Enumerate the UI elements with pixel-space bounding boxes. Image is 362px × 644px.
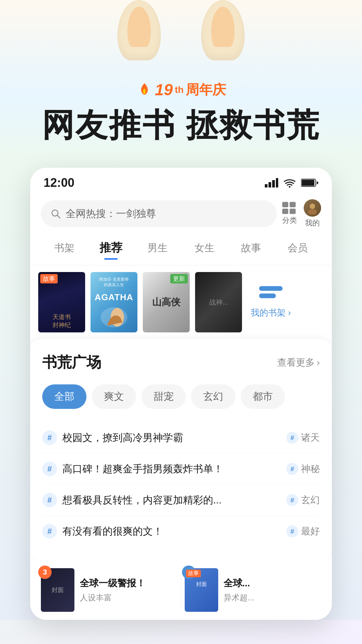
- book-badge-story: 故事: [40, 274, 58, 283]
- svg-line-8: [57, 215, 60, 218]
- list-item-text-1: 校园文，撩到高冷男神学霸: [62, 431, 281, 445]
- book4-title: 战神...: [209, 298, 228, 307]
- list-item-4[interactable]: # 有没有看的很爽的文！ # 最好: [42, 516, 320, 547]
- book2-title: AGATHA: [95, 292, 133, 303]
- my-avatar-button[interactable]: 我的: [304, 199, 321, 228]
- hashtag-icon-right-3: #: [286, 494, 298, 506]
- hashtag-icon-right-2: #: [286, 463, 298, 475]
- avatar: [304, 199, 321, 217]
- hashtag-icon-3: #: [42, 493, 57, 507]
- more-label: 查看更多: [277, 356, 315, 369]
- search-input-box[interactable]: 全网热搜：一剑独尊: [41, 200, 277, 227]
- hashtag-icon-4: #: [42, 524, 57, 539]
- hashtag-icon-right-4: #: [286, 525, 298, 537]
- list-item-text-2: 高口碑！超爽金手指男频轰炸书单！: [62, 462, 281, 476]
- tab-female[interactable]: 女生: [181, 237, 228, 259]
- shu-huang-section: 书荒广场 查看更多 › 全部 爽文 甜宠 玄幻 都市 # 校园文，撩到高冷男神学…: [30, 339, 332, 560]
- svg-rect-3: [276, 178, 278, 187]
- tab-recommend[interactable]: 推荐: [87, 236, 134, 260]
- svg-rect-1: [268, 182, 271, 187]
- phone-area: 12:00: [0, 158, 362, 620]
- filter-tag-tianchong[interactable]: 甜宠: [141, 384, 186, 409]
- book-badge-update: 更新: [170, 274, 188, 283]
- divider: [181, 568, 181, 612]
- filter-tag-xuanhuan[interactable]: 玄幻: [191, 384, 235, 409]
- svg-rect-0: [265, 184, 267, 187]
- battery-icon: [301, 178, 318, 187]
- my-label: 我的: [305, 218, 320, 228]
- bottom-book-card-2[interactable]: 故事 封面 7 全球... 异术超...: [185, 568, 321, 612]
- book-cover-2[interactable]: 阿加莎·克里斯蒂的真实人生 AGATHA: [90, 272, 137, 332]
- anniversary-suffix: th: [175, 85, 183, 95]
- svg-rect-10: [290, 202, 296, 207]
- svg-rect-9: [282, 202, 288, 207]
- avatar-icon: [306, 201, 319, 215]
- section-title: 书荒广场: [42, 353, 101, 372]
- book2-figure-icon: [101, 307, 127, 327]
- tab-bookshelf[interactable]: 书架: [41, 237, 87, 259]
- status-bar: 12:00: [30, 168, 332, 195]
- main-title: 网友推书 拯救书荒: [42, 107, 320, 143]
- tab-vip[interactable]: 会员: [275, 237, 321, 259]
- classify-icon: [282, 202, 297, 214]
- cat-ears-container: [0, 0, 362, 67]
- bottom-cover-1: 封面 3: [41, 568, 74, 612]
- nav-tabs: 书架 推荐 男生 女生 故事 会员: [30, 233, 332, 265]
- list-item-3[interactable]: # 想看极具反转性，内容更加精彩的... # 玄幻: [42, 485, 320, 516]
- anniversary-number: 19: [155, 80, 173, 99]
- book3-title: 山高侠: [152, 296, 180, 309]
- section-header: 书荒广场 查看更多 ›: [42, 353, 320, 372]
- more-button[interactable]: 查看更多 ›: [277, 356, 320, 369]
- status-time: 12:00: [44, 176, 74, 190]
- tab-story[interactable]: 故事: [228, 237, 274, 259]
- wifi-icon: [284, 178, 296, 187]
- hashtag-icon-right-1: #: [286, 432, 298, 444]
- classify-label: 分类: [282, 215, 297, 225]
- book1-title: 天道书封神纪: [53, 313, 71, 329]
- right-tag-1: 诸天: [301, 431, 320, 444]
- book2-subtitle: 阿加莎·克里斯蒂的真实人生: [99, 277, 128, 287]
- filter-tag-all[interactable]: 全部: [42, 384, 86, 409]
- right-ear: [201, 0, 245, 60]
- rank-num-1: 3: [38, 566, 52, 579]
- right-tag-4: 最好: [301, 525, 320, 538]
- svg-rect-11: [282, 209, 288, 214]
- bottom-desc-2: 异术超...: [224, 592, 321, 603]
- hashtag-icon-2: #: [42, 462, 57, 476]
- bookshelf-row: 故事 天道书封神纪 阿加莎·克里斯蒂的真实人生 AGATHA 更新: [30, 265, 332, 339]
- bottom-book-info-1: 全球一级警报！ 人设丰富: [80, 577, 178, 603]
- filter-tag-dushi[interactable]: 都市: [241, 384, 285, 409]
- search-icon: [50, 208, 61, 219]
- classify-button[interactable]: 分类: [282, 202, 297, 225]
- chevron-right-icon: ›: [317, 357, 320, 368]
- bottom-desc-1: 人设丰富: [80, 592, 178, 603]
- book-cover-4[interactable]: 战神...: [195, 272, 242, 332]
- list-item-right-2: # 神秘: [286, 463, 320, 475]
- list-item-1[interactable]: # 校园文，撩到高冷男神学霸 # 诸天: [42, 422, 320, 453]
- filter-tags: 全部 爽文 甜宠 玄幻 都市: [42, 384, 320, 409]
- bottom-cards: 封面 3 全球一级警报！ 人设丰富 故事 封面 7: [30, 560, 332, 620]
- my-shelf-button[interactable]: 我的书架 ›: [247, 286, 294, 319]
- list-item-right-4: # 最好: [286, 525, 320, 538]
- bottom-title-1: 全球一级警报！: [80, 577, 178, 590]
- svg-point-13: [310, 204, 315, 209]
- list-item-2[interactable]: # 高口碑！超爽金手指男频轰炸书单！ # 神秘: [42, 453, 320, 485]
- bottom-book-info-2: 全球... 异术超...: [224, 577, 321, 603]
- main-title-container: 网友推书 拯救书荒: [0, 106, 362, 144]
- search-bar-row: 全网热搜：一剑独尊 分类: [30, 195, 332, 233]
- shelf-label: 我的书架 ›: [251, 307, 291, 319]
- svg-rect-2: [272, 180, 275, 187]
- status-icons: [265, 178, 318, 187]
- filter-tag-shuangwen[interactable]: 爽文: [92, 384, 136, 409]
- banner-section: 19 th 周年庆 网友推书 拯救书荒: [0, 0, 362, 158]
- bottom-book-card-1[interactable]: 封面 3 全球一级警报！ 人设丰富: [41, 568, 178, 612]
- right-tag-2: 神秘: [301, 463, 320, 475]
- book2-image: [101, 307, 127, 327]
- bottom-cover-2: 故事 封面 7: [185, 568, 218, 612]
- book-cover-1[interactable]: 故事 天道书封神纪: [38, 272, 85, 332]
- list-item-text-3: 想看极具反转性，内容更加精彩的...: [62, 493, 281, 507]
- tab-male[interactable]: 男生: [134, 237, 181, 259]
- book-cover-3[interactable]: 更新 山高侠: [143, 272, 190, 332]
- bottom-title-2: 全球...: [224, 577, 321, 590]
- search-placeholder: 全网热搜：一剑独尊: [66, 207, 156, 221]
